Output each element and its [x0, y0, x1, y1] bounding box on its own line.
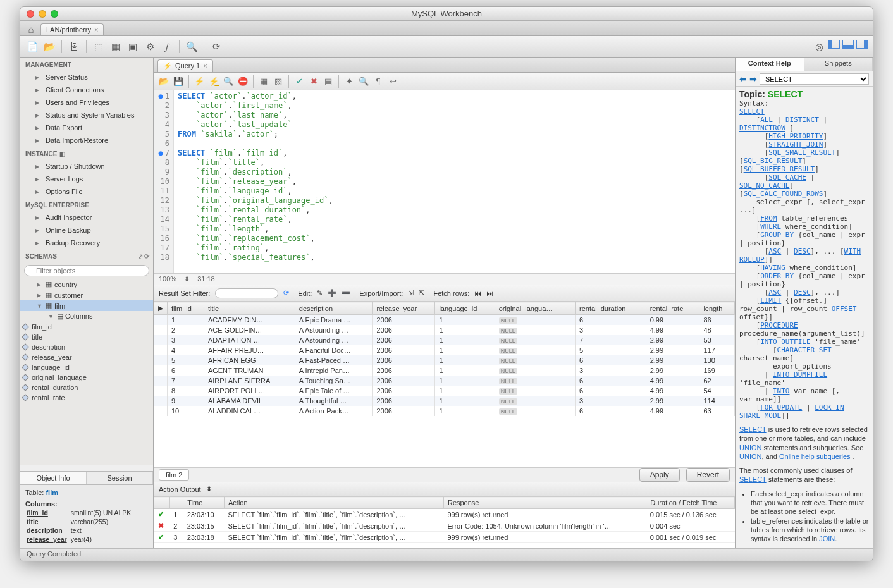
sidebar-item[interactable]: ▸Data Export — [20, 121, 153, 134]
connection-tab-label: LAN/printberry — [46, 26, 91, 34]
sidebar-item[interactable]: ▸Server Status — [20, 71, 153, 83]
tree-column[interactable]: language_id — [20, 362, 153, 372]
edit-label: Edit: — [298, 290, 312, 297]
query-tab[interactable]: ⚡ Query 1 × — [157, 59, 213, 72]
db-icon[interactable]: 🗄 — [67, 40, 81, 54]
sidebar-item[interactable]: ▸Audit Inspector — [20, 211, 153, 224]
execute-cursor-icon[interactable]: ⚡̲ — [207, 75, 220, 88]
toggle-right-panel-icon[interactable] — [856, 40, 868, 49]
help-back-icon[interactable]: ⬅ — [739, 74, 747, 84]
sidebar-item[interactable]: ▸Options File — [20, 185, 153, 198]
lightning-icon: ⚡ — [163, 62, 172, 70]
stop-icon[interactable]: ⛔ — [237, 75, 249, 88]
autocommit-on-icon[interactable]: ✔ — [293, 75, 305, 88]
close-query-tab-icon[interactable]: × — [203, 62, 207, 70]
tree-column[interactable]: film_id — [20, 322, 153, 332]
open-sql-icon[interactable]: 📂 — [42, 40, 56, 54]
func-icon[interactable]: 𝑓 — [160, 40, 174, 54]
tree-column[interactable]: original_language — [20, 372, 153, 383]
tree-table[interactable]: ▶▦ country — [20, 279, 153, 290]
delete-row-icon[interactable]: ➖ — [342, 289, 350, 297]
export-icon[interactable]: ⇲ — [408, 289, 414, 297]
execute-icon[interactable]: ⚡ — [193, 75, 206, 88]
reconnect-icon[interactable]: ⟳ — [209, 40, 223, 54]
schema-tree[interactable]: ▶▦ country▶▦ customer▼▦ film▼▤ Columns f… — [20, 279, 153, 465]
import-icon[interactable]: ⇱ — [419, 289, 424, 297]
explain-icon[interactable]: 🔍 — [222, 75, 235, 88]
minimize-window-icon[interactable] — [39, 10, 46, 18]
sidebar-item[interactable]: ▸Client Connections — [20, 83, 153, 96]
item-icon: ▸ — [33, 98, 42, 107]
sidebar-item[interactable]: ▸Status and System Variables — [20, 109, 153, 121]
session-tab[interactable]: Session — [87, 472, 153, 484]
management-header: MANAGEMENT — [20, 58, 153, 71]
proc-icon[interactable]: ⚙ — [143, 40, 157, 54]
fetch-next-icon[interactable]: ⏭ — [486, 290, 493, 297]
tree-table[interactable]: ▶▦ customer — [20, 290, 153, 300]
item-icon: ▸ — [33, 238, 42, 247]
schema-filter[interactable] — [24, 265, 149, 276]
tree-column[interactable]: rental_duration — [20, 383, 153, 393]
search-icon[interactable]: 🔍 — [185, 40, 199, 54]
snippets-tab[interactable]: Snippets — [804, 58, 873, 71]
revert-button[interactable]: Revert — [686, 468, 730, 482]
save-file-icon[interactable]: 💾 — [172, 75, 185, 88]
help-forward-icon[interactable]: ➡ — [749, 74, 757, 84]
open-file-icon[interactable]: 📂 — [157, 75, 170, 88]
sidebar-item[interactable]: ▸Online Backup — [20, 224, 153, 236]
tree-column[interactable]: release_year — [20, 352, 153, 362]
tree-column[interactable]: description — [20, 342, 153, 352]
fetch-prev-icon[interactable]: ⏮ — [474, 290, 481, 297]
app-window: MySQL Workbench ⌂ LAN/printberry × 📄 📂 🗄… — [20, 6, 873, 561]
connection-tab[interactable]: LAN/printberry × — [40, 23, 104, 35]
commit-icon[interactable]: ▦ — [257, 75, 270, 88]
tree-columns-header[interactable]: ▼▤ Columns — [20, 311, 153, 322]
toggle-bottom-panel-icon[interactable] — [842, 40, 854, 49]
find-icon[interactable]: 🔍 — [357, 75, 370, 88]
sidebar-item[interactable]: ▸Users and Privileges — [20, 96, 153, 109]
edit-row-icon[interactable]: ✎ — [317, 289, 323, 297]
apply-button[interactable]: Apply — [639, 468, 680, 482]
schemas-header: SCHEMAS — [25, 253, 57, 260]
word-wrap-icon[interactable]: ↩ — [386, 75, 399, 88]
zoom-window-icon[interactable] — [51, 10, 58, 18]
instance-header: INSTANCE ◧ — [20, 147, 153, 160]
tree-column[interactable]: rental_rate — [20, 393, 153, 403]
result-filter-input[interactable] — [215, 288, 278, 298]
sql-editor[interactable]: ●123456●789101112131415161718 SELECT `ac… — [154, 90, 735, 274]
object-info-tab[interactable]: Object Info — [20, 472, 87, 484]
tree-table[interactable]: ▼▦ film — [20, 300, 153, 311]
view-icon[interactable]: ▣ — [126, 40, 140, 54]
action-output[interactable]: TimeActionResponseDuration / Fetch Time✔… — [154, 496, 735, 548]
sidebar-item[interactable]: ▸Startup / Shutdown — [20, 160, 153, 173]
settings-icon[interactable]: ◎ — [812, 40, 826, 54]
help-topic-select[interactable]: SELECT — [760, 73, 869, 85]
object-info-panel: Table: film Columns: film_idsmallint(5) … — [20, 484, 153, 548]
item-icon: ▸ — [33, 85, 42, 94]
result-tab-film2[interactable]: film 2 — [159, 469, 189, 481]
sidebar-item[interactable]: ▸Backup Recovery — [20, 236, 153, 249]
refresh-icon[interactable]: ⟳ — [144, 253, 149, 260]
filter-objects-input[interactable] — [24, 265, 149, 276]
add-row-icon[interactable]: ➕ — [328, 289, 336, 297]
close-window-icon[interactable] — [27, 10, 34, 18]
beautify-icon[interactable]: ✦ — [343, 75, 355, 88]
home-icon[interactable]: ⌂ — [24, 23, 38, 35]
close-tab-icon[interactable]: × — [94, 26, 98, 34]
table-icon[interactable]: ▦ — [109, 40, 123, 54]
sidebar-item[interactable]: ▸Data Import/Restore — [20, 134, 153, 147]
autocommit-off-icon[interactable]: ✖ — [307, 75, 320, 88]
rollback-icon[interactable]: ▧ — [272, 75, 285, 88]
result-grid[interactable]: ▶film_idtitledescriptionrelease_yearlang… — [154, 302, 735, 467]
schema-icon[interactable]: ⬚ — [92, 40, 106, 54]
new-sql-icon[interactable]: 📄 — [25, 40, 39, 54]
tree-column[interactable]: title — [20, 332, 153, 342]
expand-icon[interactable]: ⤢ — [138, 253, 143, 260]
refresh-result-icon[interactable]: ⟳ — [283, 289, 289, 297]
context-help-tab[interactable]: Context Help — [736, 58, 804, 71]
limit-rows-icon[interactable]: ▤ — [322, 75, 335, 88]
sidebar-item[interactable]: ▸Server Logs — [20, 173, 153, 185]
toggle-left-panel-icon[interactable] — [828, 40, 840, 49]
invisible-chars-icon[interactable]: ¶ — [372, 75, 385, 88]
editor-status: 100% ⬍ 31:18 — [154, 274, 735, 285]
